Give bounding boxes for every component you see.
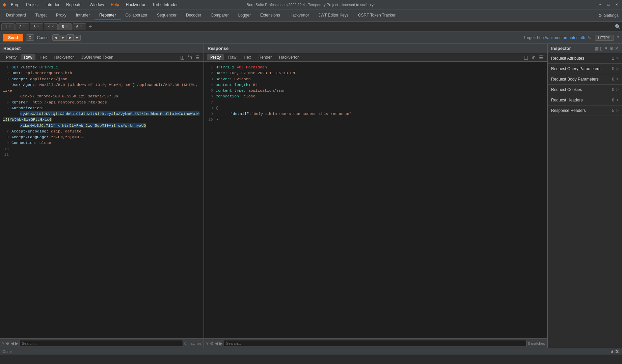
tab-5-close[interactable]: ✕ [65, 25, 68, 28]
tab-6-close[interactable]: ✕ [80, 25, 82, 28]
status-icon-1: S [611, 349, 613, 354]
send-button[interactable]: Send [3, 34, 23, 41]
nav-tab-sequencer[interactable]: Sequencer [152, 11, 181, 20]
resp-tab-render[interactable]: Render [255, 54, 275, 60]
menu-hackvertor[interactable]: Hackvertor [124, 2, 147, 8]
inspector-section-query-params[interactable]: Request Query Parameters 0 > [548, 64, 622, 74]
minimize-button[interactable]: − [598, 2, 603, 7]
nav-tab-dashboard[interactable]: Dashboard [1, 11, 31, 20]
resp-view-icon-3[interactable]: ☰ [538, 55, 544, 60]
req-search-next-icon[interactable]: ▶ [15, 341, 18, 346]
resp-search-prev-icon[interactable]: ◀ [215, 341, 218, 346]
inspector-header: Inspector ▩ ▯ ▼ ⚙ ✕ [548, 44, 622, 53]
req-search-help-icon[interactable]: ? [2, 341, 4, 346]
http-version-badge[interactable]: HTTP/1 [595, 35, 614, 41]
req-tab-pretty[interactable]: Pretty [3, 54, 20, 60]
tab-3-close[interactable]: ✕ [37, 25, 39, 28]
tab-4-close[interactable]: ✕ [51, 25, 54, 28]
nav-tab-extensions[interactable]: Extensions [255, 11, 285, 20]
repeater-tab-1[interactable]: 1 ✕ [1, 23, 15, 30]
nav-tab-decoder[interactable]: Decoder [181, 11, 206, 20]
inspector-view-2-icon[interactable]: ▯ [600, 46, 602, 51]
req-line-9: 9Connection: close [3, 140, 201, 146]
req-tab-hex[interactable]: Hex [36, 54, 50, 60]
tab-2-close[interactable]: ✕ [23, 25, 25, 28]
nav-tab-repeater[interactable]: Repeater [94, 11, 120, 20]
menu-help[interactable]: Help [109, 2, 121, 8]
inspector-view-1-icon[interactable]: ▩ [595, 46, 599, 51]
close-button[interactable]: ✕ [614, 2, 619, 7]
repeater-tab-3[interactable]: 3 ✕ [30, 23, 43, 30]
inspector-section-label-1: Request Query Parameters [551, 66, 612, 71]
resp-view-icon-1[interactable]: ◫ [523, 55, 529, 60]
resp-tab-hex[interactable]: Hex [240, 54, 254, 60]
repeater-tab-2[interactable]: 2 ✕ [16, 23, 29, 30]
req-view-icon-1[interactable]: ◫ [179, 55, 186, 60]
settings-label[interactable]: Settings [604, 13, 619, 18]
next-arrow[interactable]: ▶ [67, 34, 74, 41]
settings-icon-btn[interactable]: ⚙ [26, 34, 34, 41]
status-bar: Done S 文 [0, 348, 622, 355]
menu-burp[interactable]: Burp [9, 2, 21, 8]
request-panel-header: Request [0, 44, 204, 53]
target-edit-icon[interactable]: ✎ [588, 35, 591, 40]
help-button[interactable]: ? [617, 35, 619, 40]
cancel-button[interactable]: Cancel [37, 35, 49, 40]
menu-window[interactable]: Window [87, 2, 106, 8]
resp-search-settings-icon[interactable]: ⚙ [210, 341, 214, 346]
tab-search-icon[interactable]: 🔍 [615, 24, 621, 29]
resp-tab-hackvertor[interactable]: Hackvertor [276, 54, 302, 60]
req-search-settings-icon[interactable]: ⚙ [6, 341, 9, 346]
response-search-input[interactable] [224, 340, 527, 347]
nav-tab-comparer[interactable]: Comparer [206, 11, 233, 20]
req-tab-raw[interactable]: Raw [21, 54, 35, 60]
request-search-input[interactable] [20, 340, 183, 347]
inspector-section-cookies[interactable]: Request Cookies 0 > [548, 85, 622, 95]
repeater-tab-4[interactable]: 4 ✕ [44, 23, 57, 30]
tab-3-label: 3 [33, 25, 35, 29]
resp-tab-raw[interactable]: Raw [225, 54, 240, 60]
nav-tab-logger[interactable]: Logger [234, 11, 255, 20]
req-view-icon-2[interactable]: \n [187, 55, 193, 60]
req-view-icon-3[interactable]: ☰ [194, 55, 201, 60]
resp-tab-pretty[interactable]: Pretty [207, 54, 224, 60]
nav-tab-intruder[interactable]: Intruder [71, 11, 94, 20]
resp-line-3: 3Server: uvicorn [207, 76, 544, 82]
inspector-section-body-params[interactable]: Request Body Parameters 0 > [548, 74, 622, 85]
menu-project[interactable]: Project [24, 2, 40, 8]
nav-tab-hackvertor[interactable]: Hackvertor [285, 11, 314, 20]
inspector-close-icon[interactable]: ✕ [615, 46, 619, 51]
nav-tab-proxy[interactable]: Proxy [51, 11, 71, 20]
window-controls: − □ ✕ [598, 2, 619, 7]
prev-arrow[interactable]: ◀ [52, 34, 59, 41]
next-arrow-dropdown[interactable]: ▼ [74, 35, 81, 41]
req-search-prev-icon[interactable]: ◀ [11, 341, 14, 346]
prev-arrow-dropdown[interactable]: ▼ [59, 35, 67, 41]
menu-turbo-intruder[interactable]: Turbo Intruder [150, 2, 180, 8]
nav-tab-csrf-tracker[interactable]: CSRF Token Tracker [353, 11, 400, 20]
inspector-section-request-headers[interactable]: Request Headers 8 > [548, 95, 622, 105]
menu-intruder[interactable]: Intruder [44, 2, 61, 8]
add-tab-button[interactable]: + [87, 24, 94, 30]
req-tab-jwt[interactable]: JSON Web Token [78, 54, 117, 60]
resp-search-next-icon[interactable]: ▶ [219, 341, 222, 346]
menu-repeater[interactable]: Repeater [64, 2, 85, 8]
resp-view-icon-2[interactable]: \n [531, 55, 537, 60]
request-panel-tabs: Pretty Raw Hex Hackvertor JSON Web Token… [0, 53, 204, 62]
nav-tab-target[interactable]: Target [31, 11, 51, 20]
req-tab-hackvertor[interactable]: Hackvertor [51, 54, 77, 60]
inspector-section-label-2: Request Body Parameters [551, 77, 612, 82]
repeater-tab-6[interactable]: 6 ✕ [73, 23, 86, 30]
resp-search-help-icon[interactable]: ? [206, 341, 209, 346]
maximize-button[interactable]: □ [606, 2, 611, 7]
repeater-tab-5[interactable]: 5 ✕ [58, 23, 72, 30]
nav-tab-collaborator[interactable]: Collaborator [121, 11, 152, 20]
inspector-section-response-headers[interactable]: Response Headers 5 > [548, 105, 622, 116]
inspector-section-request-attributes[interactable]: Request Attributes 2 > [548, 53, 622, 64]
tab-1-close[interactable]: ✕ [8, 25, 11, 28]
settings-icon[interactable]: ⚙ [598, 13, 602, 18]
nav-tab-jwt-editor[interactable]: JWT Editor Keys [314, 11, 353, 20]
inspector-settings-icon[interactable]: ⚙ [610, 46, 614, 51]
inspector-collapse-icon[interactable]: ▼ [604, 46, 608, 51]
request-editor[interactable]: 1GET /users/ HTTP/1.1 2Host: api.mentorq… [0, 62, 204, 338]
